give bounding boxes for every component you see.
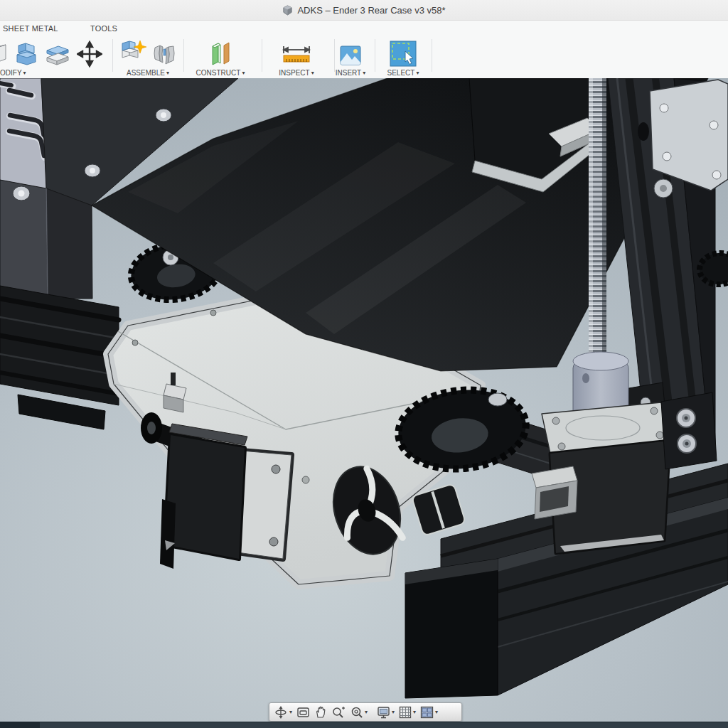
dropdown-caret-icon[interactable]: ▾ <box>311 70 314 76</box>
modify-dropdown-label[interactable]: ODIFY <box>0 69 22 77</box>
dropdown-caret-icon[interactable]: ▾ <box>365 709 368 715</box>
select-dropdown-label[interactable]: SELECT <box>387 69 415 77</box>
zoom-fit-icon[interactable]: ▾ <box>350 706 368 719</box>
case-screw <box>302 476 309 483</box>
case-screw <box>132 340 138 346</box>
dropdown-caret-icon[interactable]: ▾ <box>413 709 416 715</box>
tab-tools[interactable]: TOOLS <box>90 24 117 33</box>
zoom-icon[interactable] <box>331 706 346 719</box>
viewport-canvas[interactable] <box>0 78 728 728</box>
insert-image-icon[interactable] <box>338 43 363 68</box>
group-separator <box>432 39 432 72</box>
group-separator <box>262 39 262 72</box>
construct-dropdown-label[interactable]: CONSTRUCT <box>196 69 241 77</box>
mount-plate <box>160 499 176 569</box>
cube-corner-icon[interactable] <box>0 42 7 68</box>
navigation-toolbar: ▾ ▾ <box>269 702 462 722</box>
dropdown-caret-icon[interactable]: ▾ <box>23 70 26 76</box>
ribbon-group-insert: INSERT▾ <box>330 38 371 77</box>
ribbon-group-assemble: ASSEMBLE▾ <box>115 38 181 77</box>
ribbon-group-construct: CONSTRUCT▾ <box>186 38 255 77</box>
look-at-icon[interactable] <box>296 706 310 719</box>
ribbon-group-modify: ODIFY▾ <box>0 38 111 77</box>
dropdown-caret-icon[interactable]: ▾ <box>166 70 169 76</box>
dropdown-caret-icon[interactable]: ▾ <box>363 70 365 76</box>
viewports-icon[interactable]: ▾ <box>420 706 438 719</box>
tab-sheet-metal[interactable]: SHEET METAL <box>3 24 58 33</box>
ribbon-group-select: SELECT▾ <box>378 38 428 77</box>
select-window-icon[interactable] <box>388 39 418 68</box>
grid-snap-icon[interactable]: ▾ <box>399 706 416 719</box>
new-component-icon[interactable] <box>119 39 146 68</box>
model-ender3-assembly <box>0 78 728 728</box>
case-screw <box>210 310 216 316</box>
joint-icon[interactable] <box>152 41 176 68</box>
offset-face-icon[interactable] <box>44 41 71 68</box>
construction-plane-icon[interactable] <box>207 39 234 68</box>
base-extrusion-left-end[interactable] <box>0 286 119 429</box>
combine-icon[interactable] <box>13 41 38 68</box>
dropdown-caret-icon[interactable]: ▾ <box>289 709 292 715</box>
inspect-dropdown-label[interactable]: INSPECT <box>279 69 309 77</box>
lead-screw[interactable] <box>589 78 606 370</box>
timeline-corner <box>0 722 40 728</box>
group-separator <box>375 39 375 72</box>
fusion360-window: ADKS – Ender 3 Rear Case v3 v58* SHEET M… <box>0 0 728 728</box>
group-separator <box>112 39 113 72</box>
document-cube-icon <box>282 5 293 16</box>
title-bar: ADKS – Ender 3 Rear Case v3 v58* <box>0 0 728 21</box>
measure-icon[interactable] <box>279 42 314 68</box>
wheel-bolt <box>488 393 507 406</box>
wheel-bolt-center <box>168 255 173 260</box>
pan-icon[interactable] <box>314 706 327 719</box>
insert-dropdown-label[interactable]: INSERT <box>336 69 362 77</box>
dropdown-caret-icon[interactable]: ▾ <box>392 709 395 715</box>
orbit-icon[interactable]: ▾ <box>274 706 292 719</box>
document-title: ADKS – Ender 3 Rear Case v3 v58* <box>297 5 445 16</box>
corner-bracket-screws[interactable] <box>661 392 717 469</box>
ribbon-toolbar: SHEET METAL TOOLS <box>0 21 728 79</box>
ribbon-group-inspect: INSPECT▾ <box>264 38 328 77</box>
y-stepper-motor[interactable] <box>160 424 247 569</box>
assemble-dropdown-label[interactable]: ASSEMBLE <box>127 69 165 77</box>
group-separator <box>183 39 184 72</box>
dropdown-caret-icon[interactable]: ▾ <box>435 709 438 715</box>
display-settings-icon[interactable]: ▾ <box>377 706 395 719</box>
dropdown-caret-icon[interactable]: ▾ <box>416 70 419 76</box>
move-copy-icon[interactable] <box>77 41 102 68</box>
dropdown-caret-icon[interactable]: ▾ <box>242 70 245 76</box>
timeline-edge-bar <box>0 722 728 728</box>
